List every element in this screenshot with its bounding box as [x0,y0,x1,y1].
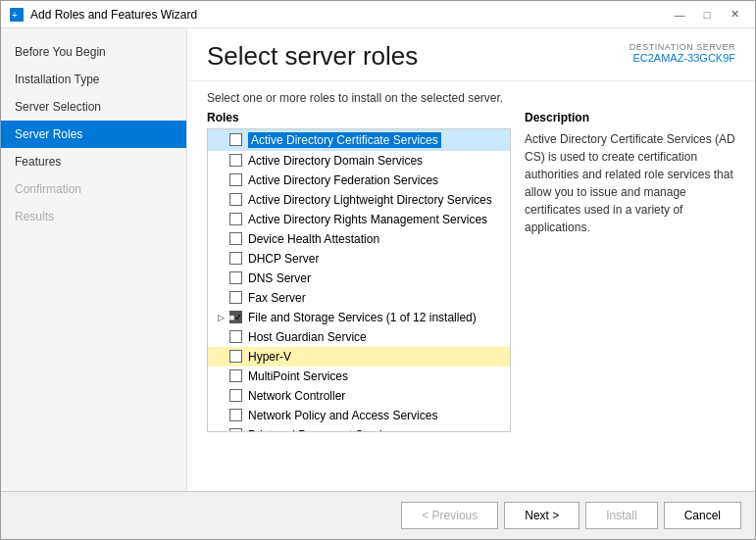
svg-text:+: + [12,10,18,21]
description-panel: Description Active Directory Certificate… [525,111,735,481]
role-checkbox[interactable] [229,271,242,284]
expand-icon [214,369,227,383]
role-checkbox[interactable] [229,389,242,402]
role-label: Network Controller [248,389,345,403]
expand-icon [214,154,227,168]
role-checkbox[interactable] [229,133,242,146]
expand-icon [214,389,227,403]
expand-icon [214,193,227,207]
previous-button[interactable]: < Previous [401,502,498,529]
role-label: DHCP Server [248,252,319,266]
expand-icon [214,133,227,147]
role-checkbox[interactable] [229,193,242,206]
role-label: Active Directory Certificate Services [248,132,441,148]
roles-list-container: Roles Active Directory Certificate Servi… [207,111,511,481]
list-item[interactable]: Active Directory Federation Services [208,171,510,190]
description-header: Description [525,111,735,124]
title-bar: + Add Roles and Features Wizard — □ ✕ [1,1,755,28]
role-label: Print and Document Services [248,428,400,432]
minimize-button[interactable]: — [667,5,692,25]
role-checkbox[interactable] [229,213,242,225]
list-item[interactable]: Device Health Attestation [208,229,510,249]
page-title: Select server roles [207,42,418,71]
role-label: Hyper-V [248,350,291,364]
list-item[interactable]: Active Directory Rights Management Servi… [208,210,510,229]
role-checkbox[interactable] [229,154,242,167]
sidebar-item-server-roles[interactable]: Server Roles [1,121,186,148]
role-checkbox[interactable] [229,252,242,265]
roles-header: Roles [207,111,511,124]
expand-icon [214,271,227,285]
role-checkbox[interactable] [229,409,242,421]
list-item[interactable]: Fax Server [208,288,510,308]
list-item[interactable]: Hyper-V [208,347,510,367]
main-window: + Add Roles and Features Wizard — □ ✕ Be… [0,0,756,540]
content-area: Before You Begin Installation Type Serve… [1,28,755,491]
next-button[interactable]: Next > [504,502,580,529]
sidebar-item-installation-type[interactable]: Installation Type [1,66,186,93]
expand-icon [214,350,227,364]
list-item[interactable]: Active Directory Lightweight Directory S… [208,190,510,210]
list-item[interactable]: Network Policy and Access Services [208,406,510,425]
sidebar-item-server-selection[interactable]: Server Selection [1,93,186,121]
sidebar: Before You Begin Installation Type Serve… [1,28,187,491]
window-title: Add Roles and Features Wizard [30,8,667,22]
list-item[interactable]: ▷ ■ File and Storage Services (1 of 12 i… [208,308,510,327]
sidebar-item-confirmation: Confirmation [1,175,186,203]
expand-icon [214,330,227,344]
destination-server-info: DESTINATION SERVER EC2AMAZ-33GCK9F [630,42,735,64]
expand-icon [214,409,227,422]
role-checkbox[interactable] [229,232,242,245]
expand-icon[interactable]: ▷ [214,311,227,324]
role-label: Active Directory Rights Management Servi… [248,213,487,226]
close-button[interactable]: ✕ [722,5,747,25]
install-button[interactable]: Install [585,502,657,529]
role-label: DNS Server [248,271,311,285]
role-checkbox[interactable] [229,173,242,186]
role-checkbox[interactable] [229,350,242,363]
sidebar-item-results: Results [1,203,186,230]
role-label: Active Directory Federation Services [248,173,438,187]
role-label: Network Policy and Access Services [248,409,437,422]
expand-icon [214,213,227,226]
expand-icon [214,291,227,305]
expand-icon [214,428,227,432]
list-item[interactable]: MultiPoint Services [208,367,510,386]
instruction-text: Select one or more roles to install on t… [187,81,755,111]
footer: < Previous Next > Install Cancel [1,491,755,539]
sidebar-item-before-you-begin[interactable]: Before You Begin [1,38,186,66]
role-label: Active Directory Lightweight Directory S… [248,193,492,207]
list-item[interactable]: DHCP Server [208,249,510,269]
expand-icon [214,252,227,266]
window-controls: — □ ✕ [667,5,747,25]
role-label: Host Guardian Service [248,330,367,344]
roles-panel: Roles Active Directory Certificate Servi… [187,111,755,491]
role-checkbox[interactable] [229,291,242,304]
role-checkbox[interactable]: ■ [229,311,242,323]
main-content: Select server roles DESTINATION SERVER E… [187,28,755,491]
role-checkbox[interactable] [229,369,242,382]
role-label: Device Health Attestation [248,232,379,246]
role-checkbox[interactable] [229,428,242,432]
list-item[interactable]: DNS Server [208,269,510,288]
role-checkbox[interactable] [229,330,242,343]
list-item[interactable]: Network Controller [208,386,510,406]
list-item[interactable]: Host Guardian Service [208,327,510,347]
cancel-button[interactable]: Cancel [664,502,741,529]
list-item[interactable]: Active Directory Domain Services [208,151,510,171]
expand-icon [214,232,227,246]
maximize-button[interactable]: □ [694,5,720,25]
role-label: Fax Server [248,291,306,305]
roles-list[interactable]: Active Directory Certificate Services Ac… [207,128,511,432]
role-label: File and Storage Services (1 of 12 insta… [248,311,477,324]
role-label: Active Directory Domain Services [248,154,423,168]
sidebar-item-features[interactable]: Features [1,148,186,175]
list-item[interactable]: Active Directory Certificate Services [208,129,510,151]
list-item[interactable]: Print and Document Services [208,425,510,432]
header-area: Select server roles DESTINATION SERVER E… [187,28,755,81]
role-label: MultiPoint Services [248,369,348,383]
window-icon: + [9,7,25,23]
description-text: Active Directory Certificate Services (A… [525,130,735,236]
expand-icon [214,173,227,187]
